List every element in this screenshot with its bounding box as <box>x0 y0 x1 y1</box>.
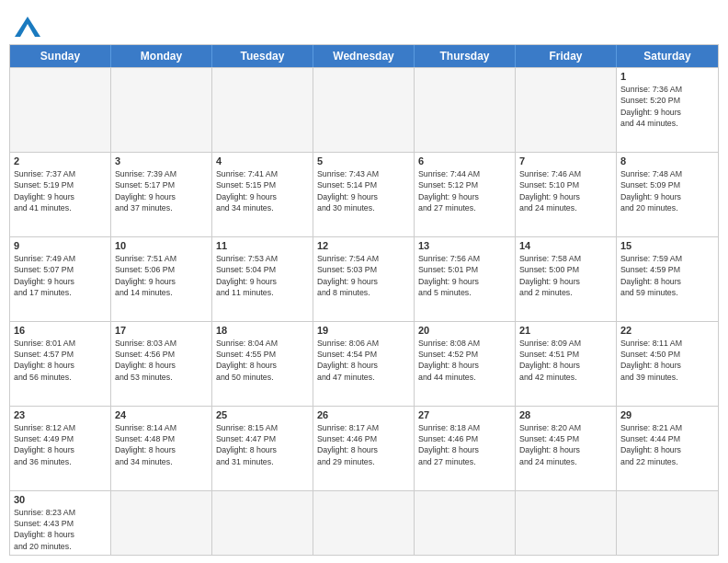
cell-day-number: 13 <box>418 240 511 251</box>
header <box>0 0 728 44</box>
logo <box>15 15 44 37</box>
cell-day-number: 18 <box>216 325 309 336</box>
cell-info: Sunrise: 7:48 AM Sunset: 5:09 PM Dayligh… <box>620 168 714 213</box>
header-monday: Monday <box>111 45 212 67</box>
cell-info: Sunrise: 8:06 AM Sunset: 4:54 PM Dayligh… <box>317 338 410 383</box>
cal-cell-r1-c4: 6Sunrise: 7:44 AM Sunset: 5:12 PM Daylig… <box>415 153 516 236</box>
cal-cell-r2-c2: 11Sunrise: 7:53 AM Sunset: 5:04 PM Dayli… <box>212 237 313 321</box>
cell-info: Sunrise: 8:15 AM Sunset: 4:47 PM Dayligh… <box>216 422 309 467</box>
header-tuesday: Tuesday <box>212 45 313 67</box>
calendar-body: 1Sunrise: 7:36 AM Sunset: 5:20 PM Daylig… <box>10 67 718 555</box>
cal-cell-r3-c1: 17Sunrise: 8:03 AM Sunset: 4:56 PM Dayli… <box>111 322 212 406</box>
cell-info: Sunrise: 7:53 AM Sunset: 5:04 PM Dayligh… <box>216 253 309 298</box>
cell-info: Sunrise: 7:44 AM Sunset: 5:12 PM Dayligh… <box>418 168 511 213</box>
cal-cell-r4-c6: 29Sunrise: 8:21 AM Sunset: 4:44 PM Dayli… <box>617 407 718 490</box>
cal-cell-r4-c1: 24Sunrise: 8:14 AM Sunset: 4:48 PM Dayli… <box>111 407 212 490</box>
cal-cell-r2-c4: 13Sunrise: 7:56 AM Sunset: 5:01 PM Dayli… <box>415 237 516 321</box>
cal-cell-r5-c3 <box>313 491 415 555</box>
cell-info: Sunrise: 8:09 AM Sunset: 4:51 PM Dayligh… <box>519 338 612 383</box>
cal-cell-r1-c3: 5Sunrise: 7:43 AM Sunset: 5:14 PM Daylig… <box>313 153 415 236</box>
cell-info: Sunrise: 7:46 AM Sunset: 5:10 PM Dayligh… <box>519 168 612 213</box>
cell-info: Sunrise: 8:14 AM Sunset: 4:48 PM Dayligh… <box>115 422 208 467</box>
cal-cell-r4-c4: 27Sunrise: 8:18 AM Sunset: 4:46 PM Dayli… <box>415 407 516 490</box>
cell-day-number: 4 <box>216 155 309 167</box>
cell-info: Sunrise: 7:36 AM Sunset: 5:20 PM Dayligh… <box>620 84 714 129</box>
header-friday: Friday <box>516 45 617 67</box>
cal-cell-r1-c0: 2Sunrise: 7:37 AM Sunset: 5:19 PM Daylig… <box>10 153 111 236</box>
cal-cell-r5-c4 <box>415 491 516 555</box>
page: Sunday Monday Tuesday Wednesday Thursday… <box>0 0 728 563</box>
cal-cell-r2-c5: 14Sunrise: 7:58 AM Sunset: 5:00 PM Dayli… <box>516 237 617 321</box>
cell-day-number: 12 <box>317 240 410 251</box>
cell-info: Sunrise: 8:04 AM Sunset: 4:55 PM Dayligh… <box>216 338 309 383</box>
cal-row-3: 9Sunrise: 7:49 AM Sunset: 5:07 PM Daylig… <box>10 236 718 321</box>
cell-info: Sunrise: 7:54 AM Sunset: 5:03 PM Dayligh… <box>317 253 410 298</box>
cal-cell-r0-c3 <box>313 68 415 152</box>
cell-day-number: 1 <box>620 71 714 82</box>
cell-info: Sunrise: 7:41 AM Sunset: 5:15 PM Dayligh… <box>216 168 309 213</box>
cal-cell-r0-c5 <box>516 68 617 152</box>
cal-cell-r2-c3: 12Sunrise: 7:54 AM Sunset: 5:03 PM Dayli… <box>313 237 415 321</box>
calendar: Sunday Monday Tuesday Wednesday Thursday… <box>9 44 719 556</box>
cell-day-number: 15 <box>620 240 714 251</box>
cell-day-number: 10 <box>115 240 208 251</box>
cal-cell-r0-c6: 1Sunrise: 7:36 AM Sunset: 5:20 PM Daylig… <box>617 68 718 152</box>
cal-cell-r2-c1: 10Sunrise: 7:51 AM Sunset: 5:06 PM Dayli… <box>111 237 212 321</box>
cell-info: Sunrise: 8:20 AM Sunset: 4:45 PM Dayligh… <box>519 422 612 467</box>
cal-cell-r0-c2 <box>212 68 313 152</box>
cell-day-number: 3 <box>115 155 208 167</box>
cell-day-number: 8 <box>620 155 714 167</box>
cell-day-number: 7 <box>519 155 612 167</box>
cal-cell-r2-c0: 9Sunrise: 7:49 AM Sunset: 5:07 PM Daylig… <box>10 237 111 321</box>
header-sunday: Sunday <box>10 45 111 67</box>
cell-day-number: 20 <box>418 325 511 336</box>
cell-day-number: 29 <box>620 409 714 420</box>
cal-cell-r4-c3: 26Sunrise: 8:17 AM Sunset: 4:46 PM Dayli… <box>313 407 415 490</box>
cal-cell-r3-c0: 16Sunrise: 8:01 AM Sunset: 4:57 PM Dayli… <box>10 322 111 406</box>
cal-cell-r4-c5: 28Sunrise: 8:20 AM Sunset: 4:45 PM Dayli… <box>516 407 617 490</box>
cal-cell-r3-c4: 20Sunrise: 8:08 AM Sunset: 4:52 PM Dayli… <box>415 322 516 406</box>
cell-info: Sunrise: 7:56 AM Sunset: 5:01 PM Dayligh… <box>418 253 511 298</box>
cal-cell-r5-c1 <box>111 491 212 555</box>
cal-cell-r4-c2: 25Sunrise: 8:15 AM Sunset: 4:47 PM Dayli… <box>212 407 313 490</box>
cal-cell-r0-c4 <box>415 68 516 152</box>
cell-day-number: 21 <box>519 325 612 336</box>
cell-day-number: 22 <box>620 325 714 336</box>
cell-day-number: 19 <box>317 325 410 336</box>
cal-cell-r0-c1 <box>111 68 212 152</box>
calendar-header-row: Sunday Monday Tuesday Wednesday Thursday… <box>10 45 718 67</box>
cal-cell-r1-c6: 8Sunrise: 7:48 AM Sunset: 5:09 PM Daylig… <box>617 153 718 236</box>
cell-day-number: 24 <box>115 409 208 420</box>
cal-row-5: 23Sunrise: 8:12 AM Sunset: 4:49 PM Dayli… <box>10 406 718 490</box>
cell-day-number: 14 <box>519 240 612 251</box>
cal-cell-r5-c2 <box>212 491 313 555</box>
cell-day-number: 11 <box>216 240 309 251</box>
cell-info: Sunrise: 7:37 AM Sunset: 5:19 PM Dayligh… <box>14 168 107 213</box>
cell-info: Sunrise: 8:12 AM Sunset: 4:49 PM Dayligh… <box>14 422 107 467</box>
cell-info: Sunrise: 8:08 AM Sunset: 4:52 PM Dayligh… <box>418 338 511 383</box>
cal-cell-r3-c2: 18Sunrise: 8:04 AM Sunset: 4:55 PM Dayli… <box>212 322 313 406</box>
cal-cell-r4-c0: 23Sunrise: 8:12 AM Sunset: 4:49 PM Dayli… <box>10 407 111 490</box>
header-thursday: Thursday <box>415 45 516 67</box>
cal-cell-r1-c1: 3Sunrise: 7:39 AM Sunset: 5:17 PM Daylig… <box>111 153 212 236</box>
header-saturday: Saturday <box>617 45 718 67</box>
cell-day-number: 27 <box>418 409 511 420</box>
cell-info: Sunrise: 8:23 AM Sunset: 4:43 PM Dayligh… <box>14 507 107 552</box>
cal-cell-r2-c6: 15Sunrise: 7:59 AM Sunset: 4:59 PM Dayli… <box>617 237 718 321</box>
cell-day-number: 2 <box>14 155 107 167</box>
cal-cell-r5-c5 <box>516 491 617 555</box>
cell-info: Sunrise: 7:39 AM Sunset: 5:17 PM Dayligh… <box>115 168 208 213</box>
cell-info: Sunrise: 7:58 AM Sunset: 5:00 PM Dayligh… <box>519 253 612 298</box>
cell-day-number: 5 <box>317 155 410 167</box>
cal-row-1: 1Sunrise: 7:36 AM Sunset: 5:20 PM Daylig… <box>10 67 718 152</box>
cell-info: Sunrise: 7:51 AM Sunset: 5:06 PM Dayligh… <box>115 253 208 298</box>
cell-day-number: 23 <box>14 409 107 420</box>
cell-day-number: 9 <box>14 240 107 251</box>
cell-day-number: 6 <box>418 155 511 167</box>
cell-info: Sunrise: 8:01 AM Sunset: 4:57 PM Dayligh… <box>14 338 107 383</box>
cell-info: Sunrise: 7:49 AM Sunset: 5:07 PM Dayligh… <box>14 253 107 298</box>
cal-cell-r1-c5: 7Sunrise: 7:46 AM Sunset: 5:10 PM Daylig… <box>516 153 617 236</box>
cell-info: Sunrise: 8:03 AM Sunset: 4:56 PM Dayligh… <box>115 338 208 383</box>
cal-row-2: 2Sunrise: 7:37 AM Sunset: 5:19 PM Daylig… <box>10 152 718 236</box>
cal-cell-r1-c2: 4Sunrise: 7:41 AM Sunset: 5:15 PM Daylig… <box>212 153 313 236</box>
